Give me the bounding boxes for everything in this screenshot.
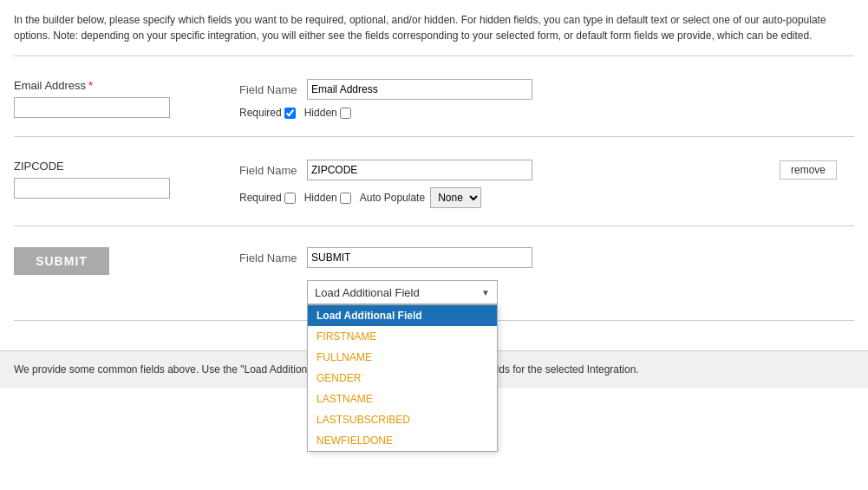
- email-options-row: Required Hidden: [239, 107, 854, 119]
- divider-3: [14, 225, 854, 226]
- dropdown-item-fullname[interactable]: FULLNAME: [308, 347, 497, 368]
- zipcode-field-row: ZIPCODE Field Name remove Required Hidde…: [14, 146, 854, 217]
- zipcode-config: Field Name remove Required Hidden Auto P…: [239, 160, 854, 208]
- submit-config-name-row: Field Name: [239, 247, 854, 268]
- zipcode-required-checkbox[interactable]: [284, 193, 296, 204]
- intro-text: In the builder below, please specify whi…: [14, 12, 854, 43]
- zipcode-required-text: Required: [239, 192, 282, 204]
- submit-config: Field Name Load Additional Field FIRSTNA…: [239, 247, 854, 304]
- dropdown-select-label: Load Additional Field: [315, 286, 420, 299]
- dropdown-select-box[interactable]: Load Additional Field ▼: [307, 280, 498, 304]
- submit-button[interactable]: SUBMIT: [14, 247, 109, 275]
- email-field-row: Email Address* Field Name Required Hidde…: [14, 65, 854, 127]
- email-label: Email Address*: [14, 79, 205, 92]
- dropdown-item-lastname[interactable]: LASTNAME: [308, 389, 497, 409]
- email-preview: Email Address*: [14, 79, 205, 118]
- dropdown-item-gender[interactable]: GENDER: [308, 368, 497, 389]
- zipcode-label: ZIPCODE: [14, 160, 205, 173]
- submit-field-name-label: Field Name: [239, 252, 300, 265]
- divider-2: [14, 136, 854, 137]
- email-required-checkbox[interactable]: [284, 108, 296, 119]
- email-hidden-text: Hidden: [304, 107, 337, 119]
- zipcode-field-name-label: Field Name: [239, 164, 300, 177]
- email-required-label[interactable]: Required: [239, 107, 296, 119]
- dropdown-item-newfieldone[interactable]: NEWFIELDONE: [308, 430, 497, 451]
- chevron-down-icon: ▼: [481, 288, 490, 297]
- zipcode-hidden-label[interactable]: Hidden: [304, 192, 351, 204]
- divider-top: [14, 56, 854, 56]
- required-star: *: [88, 79, 93, 92]
- email-field-name-label: Field Name: [239, 83, 300, 96]
- zipcode-field-name-input[interactable]: [307, 160, 532, 180]
- auto-populate-row: Auto Populate None: [360, 187, 481, 208]
- dropdown-list: Load Additional Field FIRSTNAME FULLNAME…: [307, 304, 498, 452]
- email-preview-input[interactable]: [14, 97, 170, 118]
- load-additional-dropdown-container: Load Additional Field FIRSTNAME FULLNAME…: [307, 280, 498, 304]
- email-config-row: Field Name: [239, 79, 854, 100]
- zipcode-preview: ZIPCODE: [14, 160, 205, 199]
- zipcode-options-row: Required Hidden Auto Populate None: [239, 187, 854, 208]
- zipcode-hidden-checkbox[interactable]: [340, 193, 351, 204]
- zipcode-required-label[interactable]: Required: [239, 192, 296, 204]
- auto-populate-label: Auto Populate: [360, 192, 425, 204]
- dropdown-item-firstname[interactable]: FIRSTNAME: [308, 326, 497, 347]
- zipcode-preview-input[interactable]: [14, 178, 170, 199]
- email-field-name-input[interactable]: [307, 79, 532, 100]
- dropdown-item-load[interactable]: Load Additional Field: [308, 305, 497, 326]
- zipcode-config-name-row: Field Name remove: [239, 160, 854, 180]
- zipcode-hidden-text: Hidden: [304, 192, 337, 204]
- remove-button[interactable]: remove: [780, 160, 837, 180]
- email-config: Field Name Required Hidden: [239, 79, 854, 119]
- submit-field-name-input[interactable]: [307, 247, 532, 268]
- auto-populate-select[interactable]: None: [430, 187, 481, 208]
- submit-field-row: SUBMIT Field Name Load Additional Field …: [14, 235, 854, 311]
- email-hidden-label[interactable]: Hidden: [304, 107, 351, 119]
- email-required-text: Required: [239, 107, 282, 119]
- dropdown-item-lastsubscribed[interactable]: LASTSUBSCRIBED: [308, 409, 497, 430]
- email-hidden-checkbox[interactable]: [340, 108, 351, 119]
- submit-preview: SUBMIT: [14, 247, 205, 275]
